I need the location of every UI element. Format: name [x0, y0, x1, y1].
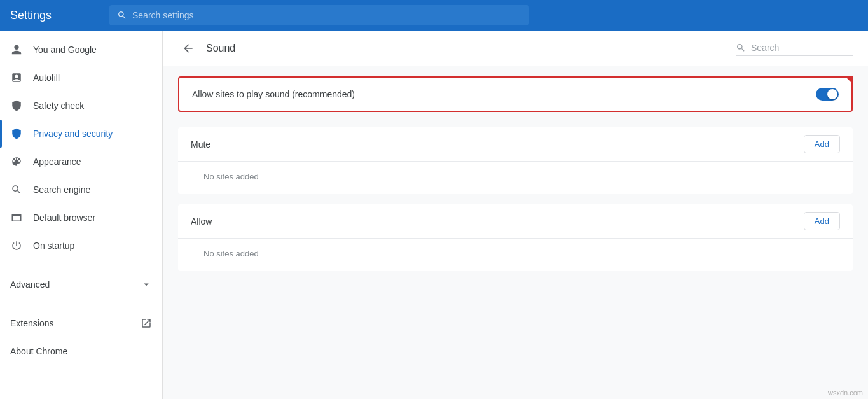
- allow-add-button[interactable]: Add: [804, 212, 840, 230]
- sidebar-item-safety-check[interactable]: Safety check: [0, 92, 162, 120]
- global-search-icon: [117, 10, 127, 20]
- advanced-label: Advanced: [10, 279, 50, 290]
- about-chrome-label: About Chrome: [10, 346, 67, 356]
- mute-section: Mute Add No sites added: [178, 127, 853, 194]
- sidebar-advanced-section[interactable]: Advanced: [0, 270, 162, 298]
- content-header-left: Sound: [178, 38, 235, 59]
- autofill-icon: [10, 71, 23, 84]
- palette-icon: [10, 155, 23, 168]
- app-title: Settings: [10, 9, 99, 22]
- content-header: Sound: [163, 31, 868, 66]
- sidebar-item-search-engine[interactable]: Search engine: [0, 176, 162, 204]
- allow-section: Allow Add No sites added: [178, 204, 853, 271]
- sidebar-divider-1: [0, 265, 162, 265]
- extensions-label: Extensions: [10, 318, 53, 328]
- allow-section-title: Allow: [191, 216, 212, 227]
- content-search-icon: [736, 43, 746, 53]
- sidebar-item-on-startup-label: On startup: [33, 241, 74, 251]
- watermark: wsxdn.com: [828, 389, 863, 396]
- sidebar-item-autofill-label: Autofill: [33, 73, 60, 83]
- safety-shield-icon: [10, 99, 23, 112]
- person-icon: [10, 43, 23, 56]
- mute-empty-text: No sites added: [178, 162, 853, 194]
- sidebar-item-you-and-google[interactable]: You and Google: [0, 36, 162, 64]
- sidebar-item-autofill[interactable]: Autofill: [0, 64, 162, 92]
- power-icon: [10, 239, 23, 252]
- back-arrow-icon: [182, 42, 195, 55]
- global-search-bar[interactable]: [109, 5, 529, 25]
- search-engine-icon: [10, 183, 23, 196]
- sidebar-item-on-startup[interactable]: On startup: [0, 232, 162, 260]
- sidebar: You and Google Autofill Safety check Pri…: [0, 31, 163, 399]
- browser-icon: [10, 211, 23, 224]
- sidebar-item-extensions[interactable]: Extensions: [0, 309, 162, 337]
- content-search-input[interactable]: [751, 43, 853, 53]
- sidebar-item-default-browser[interactable]: Default browser: [0, 204, 162, 232]
- sidebar-item-privacy-and-security[interactable]: Privacy and security: [0, 120, 162, 148]
- sidebar-item-you-and-google-label: You and Google: [33, 45, 97, 55]
- allow-sound-toggle[interactable]: [816, 88, 839, 101]
- allow-sound-toggle-row: Allow sites to play sound (recommended): [178, 76, 853, 112]
- top-bar: Settings: [0, 0, 868, 31]
- content-body: Allow sites to play sound (recommended) …: [163, 66, 868, 291]
- sidebar-item-appearance-label: Appearance: [33, 157, 81, 167]
- sidebar-item-default-browser-label: Default browser: [33, 213, 95, 223]
- sidebar-item-appearance[interactable]: Appearance: [0, 148, 162, 176]
- layout: You and Google Autofill Safety check Pri…: [0, 31, 868, 399]
- allow-sound-label: Allow sites to play sound (recommended): [192, 89, 355, 99]
- global-search-input[interactable]: [132, 10, 521, 20]
- chevron-down-icon: [141, 279, 152, 290]
- back-button[interactable]: [178, 38, 198, 59]
- external-link-icon: [141, 318, 152, 329]
- mute-section-header: Mute Add: [178, 127, 853, 162]
- privacy-shield-icon: [10, 127, 23, 140]
- sidebar-divider-2: [0, 304, 162, 304]
- sidebar-item-about-chrome[interactable]: About Chrome: [0, 337, 162, 365]
- sidebar-item-privacy-label: Privacy and security: [33, 129, 113, 139]
- mute-add-button[interactable]: Add: [804, 135, 840, 153]
- content-search-box[interactable]: [736, 40, 853, 56]
- mute-section-title: Mute: [191, 139, 210, 150]
- main-content: Sound Allow sites to play sound (recomme…: [163, 31, 868, 399]
- sidebar-item-search-engine-label: Search engine: [33, 185, 90, 195]
- page-title: Sound: [206, 43, 235, 54]
- allow-empty-text: No sites added: [178, 239, 853, 271]
- allow-section-header: Allow Add: [178, 204, 853, 239]
- sidebar-item-safety-check-label: Safety check: [33, 101, 84, 111]
